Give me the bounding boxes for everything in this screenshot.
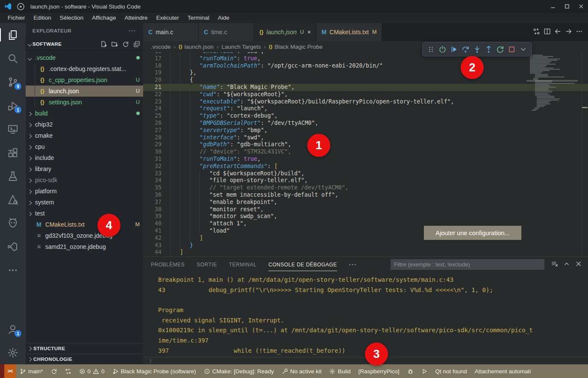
panel-more-icon[interactable]: ···: [349, 261, 357, 268]
status-sync-icon[interactable]: [47, 364, 61, 378]
collapse-all-icon[interactable]: [132, 39, 141, 49]
activity-more-icon[interactable]: [0, 258, 26, 282]
tree-item-chip32[interactable]: chip32: [26, 119, 143, 130]
power-icon[interactable]: [437, 43, 448, 56]
activity-extensions-icon[interactable]: [0, 141, 26, 164]
continue-icon[interactable]: [448, 43, 460, 56]
tree-item-cpu[interactable]: cpu: [26, 141, 143, 152]
menu-atteindre[interactable]: Atteindre: [120, 13, 152, 23]
menu-edition[interactable]: Edition: [29, 13, 56, 23]
status-qt-not-found[interactable]: Qt not found: [432, 364, 471, 378]
minimap[interactable]: [526, 54, 578, 146]
tree-item-settings-json[interactable]: {}settings.jsonU: [26, 97, 143, 108]
activity-alien-icon[interactable]: [0, 211, 26, 235]
menu-exécuter[interactable]: Exécuter: [152, 13, 183, 23]
tree-item-include[interactable]: include: [26, 152, 143, 163]
activity-run-debug-icon[interactable]: 1: [0, 94, 26, 117]
debug-console-filter-input[interactable]: [391, 259, 544, 270]
chevron-up-icon[interactable]: [563, 260, 570, 269]
breadcrumb-item[interactable]: .vscode: [151, 44, 171, 50]
stop-icon[interactable]: [506, 43, 517, 56]
restart-icon[interactable]: [494, 43, 506, 56]
section-chronologie[interactable]: CHRONOLOGIE: [26, 354, 143, 364]
tab-launch-json[interactable]: {}launch.jsonU×: [254, 23, 316, 41]
activity-explorer-icon[interactable]: [0, 23, 26, 47]
new-folder-icon[interactable]: [110, 39, 119, 49]
clear-console-icon[interactable]: [551, 260, 558, 269]
status-compare-icon[interactable]: [61, 364, 75, 378]
activity-remote-explorer-icon[interactable]: [0, 117, 26, 141]
tree-item-library[interactable]: library: [26, 163, 143, 174]
status-play-icon[interactable]: [417, 364, 432, 378]
tree-item-c-cpp-properties-json[interactable]: {}c_cpp_properties.jsonU: [26, 74, 143, 86]
editor-scrollbar[interactable]: [582, 52, 588, 257]
tree-item-pico-sdk[interactable]: pico-sdk: [26, 174, 143, 186]
section-structure[interactable]: STRUCTURE: [26, 343, 143, 354]
remote-indicator[interactable]: ><: [4, 364, 16, 378]
menu-sélection[interactable]: Sélection: [56, 13, 88, 23]
tab-main-c[interactable]: Cmain.c: [143, 23, 199, 41]
menu-affichage[interactable]: Affichage: [88, 13, 120, 23]
tree-item-launch-json[interactable]: {}launch.jsonU: [26, 86, 143, 97]
minimize-button[interactable]: [546, 0, 560, 13]
tree-item-gd32vf103-ozone-jdebug[interactable]: ≡gd32vf103_ozone.jdebug: [26, 230, 143, 241]
menu-fichier[interactable]: Fichier: [3, 13, 29, 23]
menu-aide[interactable]: Aide: [214, 13, 234, 23]
compare-changes-icon[interactable]: [533, 28, 540, 36]
tree-item-platform[interactable]: platform: [26, 186, 143, 197]
tab-time-c[interactable]: Ctime.c: [199, 23, 254, 41]
activity-source-control-icon[interactable]: 9: [0, 70, 26, 94]
more-icon[interactable]: [576, 28, 583, 36]
panel-tab-probl-mes[interactable]: PROBLÈMES: [151, 258, 185, 271]
breadcrumb-item[interactable]: Launch Targets: [221, 44, 261, 50]
status-no-active-kit[interactable]: No active kit: [278, 364, 326, 378]
status-bug-icon[interactable]: [403, 364, 417, 378]
status-black-magic-probe-software-[interactable]: Black Magic Probe (software): [109, 364, 200, 378]
tree-item-test[interactable]: test: [26, 208, 143, 219]
activity-search-icon[interactable]: [0, 47, 26, 70]
refresh-icon[interactable]: [121, 39, 130, 49]
breadcrumb-item[interactable]: {}Black Magic Probe: [269, 44, 323, 50]
menu-terminal[interactable]: Terminal: [183, 13, 214, 23]
maximize-button[interactable]: [560, 0, 574, 13]
status-build[interactable]: Build: [325, 364, 354, 378]
tree-item--cortex-debug-registers-stat-[interactable]: {}.cortex-debug.registers.stat...: [26, 63, 143, 74]
status-cmake-debug-ready[interactable]: CMake: [Debug]: Ready: [200, 364, 278, 378]
status--raspberrypico-[interactable]: [RaspberryPico]: [355, 364, 403, 378]
arrow-left-icon[interactable]: [554, 28, 562, 36]
step-out-icon[interactable]: [483, 43, 494, 56]
workspace-section-header[interactable]: SOFTWARE: [26, 38, 143, 50]
activity-vs-logo-icon[interactable]: [0, 235, 26, 258]
panel-tab-console-de-d-bogage[interactable]: CONSOLE DE DÉBOGAGE: [268, 258, 337, 271]
close-icon[interactable]: [575, 260, 582, 269]
breadcrumb-item[interactable]: {}launch.json: [179, 44, 214, 50]
close-button[interactable]: [574, 0, 588, 13]
close-tab-icon[interactable]: ×: [307, 29, 311, 35]
new-file-icon[interactable]: [99, 39, 108, 49]
tree-item--vscode[interactable]: .vscode: [26, 52, 143, 63]
activity-test-beaker-icon[interactable]: [0, 164, 26, 188]
tree-item-cmakelists-txt[interactable]: MCMakeLists.txtM: [26, 219, 143, 230]
sidebar-more-icon[interactable]: ···: [129, 28, 137, 33]
tab-cmakelists-txt[interactable]: MCMakeLists.txtM: [316, 23, 382, 41]
gripper-icon[interactable]: [425, 43, 437, 56]
status-main-[interactable]: main*: [16, 364, 47, 378]
panel-tab-sortie[interactable]: SORTIE: [197, 258, 217, 271]
status-attachement-automati[interactable]: Attachement automati: [471, 364, 535, 378]
tree-item-system[interactable]: system: [26, 197, 143, 208]
problems-indicator[interactable]: 00: [75, 364, 109, 378]
split-editor-icon[interactable]: [544, 28, 551, 36]
activity-settings-gear-icon[interactable]: [0, 341, 26, 364]
activity-cmake-tool-icon[interactable]: [0, 188, 26, 211]
activity-account-icon[interactable]: 1: [0, 317, 26, 341]
step-into-icon[interactable]: [471, 43, 483, 56]
step-over-icon[interactable]: [460, 43, 471, 56]
tree-item-samd21-ozone-jdebug[interactable]: ≡samd21_ozone.jdebug: [26, 241, 143, 252]
add-configuration-button[interactable]: Ajouter une configuration...: [424, 226, 521, 240]
panel-tab-terminal[interactable]: TERMINAL: [229, 258, 257, 271]
tree-item-cmake[interactable]: cmake: [26, 130, 143, 141]
chevron-down-icon[interactable]: [517, 43, 529, 56]
annotation-circle-1: 1: [307, 134, 330, 157]
tree-item-build[interactable]: build: [26, 108, 143, 119]
arrow-right-icon[interactable]: [565, 28, 572, 36]
